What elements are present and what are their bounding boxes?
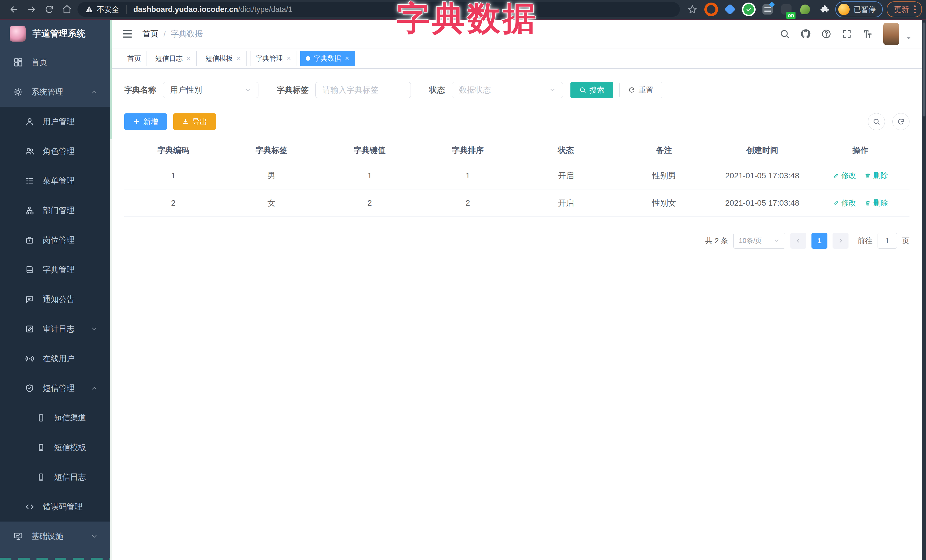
browser-refresh-button[interactable] (41, 2, 58, 17)
cell-created-at: 2021-01-05 17:03:48 (713, 171, 811, 180)
close-icon[interactable] (236, 56, 241, 61)
breadcrumb-home[interactable]: 首页 (142, 29, 159, 39)
hide-search-button[interactable] (868, 113, 885, 130)
add-button[interactable]: 新增 (124, 113, 167, 130)
edit-link[interactable]: 修改 (833, 198, 856, 208)
sidebar-item-label: 用户管理 (43, 116, 75, 127)
sidebar-item-post-mgmt[interactable]: 岗位管理 (0, 225, 110, 255)
chevron-down-icon (773, 237, 780, 244)
sidebar-item-system-mgmt[interactable]: 系统管理 (0, 77, 110, 107)
reset-button[interactable]: 重置 (619, 82, 662, 98)
bookmark-star-icon[interactable] (685, 2, 700, 17)
chevron-left-icon (795, 237, 802, 244)
status-select[interactable]: 数据状态 (452, 82, 563, 98)
kebab-menu-icon[interactable] (913, 5, 917, 14)
font-size-icon[interactable] (862, 29, 873, 39)
col-header: 创建时间 (713, 145, 811, 156)
search-icon[interactable] (779, 29, 790, 39)
url-bar[interactable]: 不安全 dashboard.yudao.iocoder.cn /dict/typ… (77, 2, 680, 17)
tab-dict-data[interactable]: 字典数据 (300, 51, 355, 66)
sidebar-logo[interactable]: 芋道管理系统 (0, 20, 110, 48)
close-icon[interactable] (286, 56, 292, 61)
fullscreen-icon[interactable] (842, 29, 852, 39)
refresh-icon (44, 5, 54, 14)
extensions-puzzle-icon[interactable] (817, 2, 831, 17)
phone-icon (35, 412, 47, 424)
window-scrollbar-thumb[interactable] (923, 23, 925, 116)
page-size-select[interactable]: 10条/页 (733, 233, 785, 249)
browser-update-chip[interactable]: 更新 (887, 2, 922, 17)
sidebar-item-error-code[interactable]: 错误码管理 (0, 492, 110, 522)
delete-link[interactable]: 删除 (865, 171, 888, 181)
github-icon[interactable] (800, 29, 811, 39)
delete-link[interactable]: 删除 (865, 198, 888, 208)
sidebar-item-menu-mgmt[interactable]: 菜单管理 (0, 166, 110, 196)
cell-created-at: 2021-01-05 17:03:48 (713, 199, 811, 208)
sidebar-item-online-users[interactable]: 在线用户 (0, 344, 110, 373)
tab-dict-mgmt[interactable]: 字典管理 (250, 51, 297, 66)
sidebar-item-sms-log[interactable]: 短信日志 (0, 462, 110, 492)
extension-switch-icon[interactable] (760, 2, 775, 17)
col-header: 操作 (811, 145, 910, 156)
tab-sms-template[interactable]: 短信模板 (200, 51, 247, 66)
browser-back-button[interactable] (5, 2, 23, 17)
goto-page-input[interactable] (878, 233, 897, 249)
tab-home[interactable]: 首页 (122, 51, 147, 66)
avatar[interactable] (883, 23, 899, 45)
monitor-icon (12, 531, 24, 542)
dict-label-input[interactable] (315, 82, 411, 98)
shield-check-icon (24, 383, 35, 394)
pagination: 共 2 条 10条/页 1 前往 页 (124, 233, 909, 249)
sidebar-item-infrastructure[interactable]: 基础设施 (0, 522, 110, 551)
goto-label: 前往 (858, 236, 872, 246)
tab-sms-log[interactable]: 短信日志 (150, 51, 197, 66)
sidebar-item-label: 短信管理 (43, 383, 75, 394)
org-tree-icon (24, 205, 35, 216)
browser-forward-button[interactable] (23, 2, 41, 17)
sidebar-item-home[interactable]: 首页 (0, 48, 110, 77)
export-button[interactable]: 导出 (173, 113, 216, 130)
window-scrollbar[interactable] (922, 20, 926, 560)
close-icon[interactable] (345, 56, 350, 61)
sidebar-item-dict-mgmt[interactable]: 字典管理 (0, 255, 110, 285)
table-row: 1 男 1 1 开启 性别男 2021-01-05 17:03:48 修改 (124, 162, 909, 189)
search-button[interactable]: 搜索 (570, 82, 613, 98)
cell-actions: 修改 删除 (811, 171, 910, 181)
sidebar-item-role-mgmt[interactable]: 角色管理 (0, 136, 110, 166)
col-header: 备注 (615, 145, 713, 156)
edit-link[interactable]: 修改 (833, 171, 856, 181)
sidebar-item-audit-log[interactable]: 审计日志 (0, 314, 110, 344)
sidebar-item-sms-channel[interactable]: 短信渠道 (0, 403, 110, 433)
sidebar-horizontal-scrollbar[interactable] (0, 558, 110, 560)
sidebar-item-sms-mgmt[interactable]: 短信管理 (0, 373, 110, 403)
omnibox-divider (126, 5, 127, 14)
next-page-button[interactable] (832, 233, 849, 249)
breadcrumb-current: 字典数据 (171, 29, 203, 39)
extension-dark-on-icon[interactable]: on (779, 2, 794, 17)
col-header: 字典编码 (124, 145, 222, 156)
cell-label: 男 (222, 171, 321, 181)
sidebar-item-sms-template[interactable]: 短信模板 (0, 433, 110, 462)
dict-name-select[interactable]: 用户性别 (163, 82, 259, 98)
prev-page-button[interactable] (790, 233, 806, 249)
hamburger-icon[interactable] (122, 29, 133, 39)
status-placeholder: 数据状态 (459, 85, 491, 95)
sidebar-item-user-mgmt[interactable]: 用户管理 (0, 107, 110, 136)
extension-orange-donut-icon[interactable] (704, 2, 719, 17)
trash-icon (865, 173, 871, 179)
sidebar-item-label: 岗位管理 (43, 235, 75, 246)
pagination-total: 共 2 条 (705, 236, 728, 246)
browser-home-button[interactable] (58, 2, 76, 17)
extension-green-check-icon[interactable] (741, 2, 756, 17)
help-icon[interactable] (821, 29, 831, 39)
chevron-down-icon[interactable] (905, 35, 912, 41)
sidebar-item-notice[interactable]: 通知公告 (0, 285, 110, 314)
profile-paused-chip[interactable]: 已暂停 (835, 2, 883, 17)
close-icon[interactable] (186, 56, 191, 61)
page-number-button[interactable]: 1 (811, 233, 828, 249)
dict-data-table: 字典编码 字典标签 字典键值 字典排序 状态 备注 创建时间 操作 1 男 1 … (124, 139, 909, 217)
extension-green-leaf-icon[interactable] (798, 2, 813, 17)
refresh-table-button[interactable] (893, 113, 909, 130)
sidebar-item-dept-mgmt[interactable]: 部门管理 (0, 196, 110, 225)
extension-blue-gem-icon[interactable] (723, 2, 737, 17)
